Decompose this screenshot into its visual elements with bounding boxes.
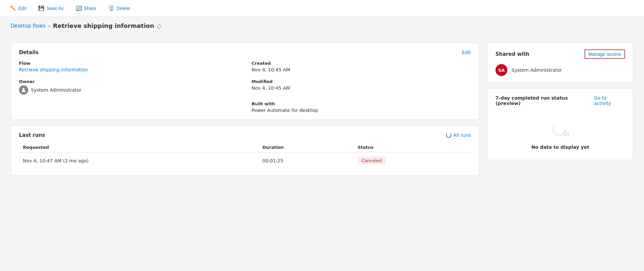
share-icon: 🔄 — [76, 5, 82, 11]
side-column: Shared with Manage access SA System Admi… — [487, 43, 633, 176]
col-requested: Requested — [19, 142, 259, 153]
manage-access-button[interactable]: Manage access — [585, 49, 625, 59]
user-initials: SA — [498, 68, 504, 73]
runs-table: Requested Duration Status Nov 4, 10:47 A… — [19, 142, 471, 169]
owner-avatar — [19, 85, 28, 95]
shared-with-title: Shared with — [495, 51, 529, 57]
details-grid: Flow Retrieve shipping information Creat… — [19, 61, 471, 113]
created-label: Created — [252, 61, 471, 66]
owner-row: System Administrator — [19, 85, 238, 95]
svg-rect-3 — [565, 130, 567, 136]
svg-rect-2 — [563, 132, 565, 136]
col-duration: Duration — [259, 142, 354, 153]
table-row: Nov 4, 10:47 AM (2 mo ago) 00:01:25 Canc… — [19, 153, 471, 169]
flow-field: Flow Retrieve shipping information — [19, 61, 238, 72]
activity-card: 7-day completed run status (preview) Go … — [487, 88, 633, 160]
shared-user-name: System Administrator — [511, 67, 562, 73]
flow-label: Flow — [19, 61, 238, 66]
breadcrumb-parent-link[interactable]: Desktop flows — [11, 23, 46, 29]
activity-title: 7-day completed run status (preview) — [495, 95, 594, 106]
details-title: Details — [19, 49, 39, 55]
edit-label: Edit — [18, 6, 26, 11]
diamond-icon: ◇ — [157, 22, 161, 29]
created-value: Nov 4, 10:45 AM — [252, 67, 471, 72]
built-with-label: Built with — [252, 101, 471, 106]
owner-label: Owner — [19, 79, 238, 84]
modified-value: Nov 4, 10:45 AM — [252, 85, 471, 91]
built-with-value: Power Automate for desktop — [252, 108, 471, 113]
no-data-area: No data to display yet — [495, 114, 625, 153]
breadcrumb-separator: › — [48, 23, 50, 29]
page-content: Details Edit Flow Retrieve shipping info… — [0, 36, 644, 182]
modified-label: Modified — [252, 79, 471, 84]
edit-icon: ✏️ — [10, 5, 16, 11]
shared-user-row: SA System Administrator — [495, 64, 625, 76]
edit-button[interactable]: ✏️ Edit — [8, 4, 28, 13]
cell-duration: 00:01:25 — [259, 153, 354, 169]
shared-with-card: Shared with Manage access SA System Admi… — [487, 43, 633, 83]
save-as-label: Save As — [47, 6, 63, 11]
breadcrumb: Desktop flows › Retrieve shipping inform… — [0, 17, 644, 29]
breadcrumb-current: Retrieve shipping information — [53, 22, 154, 29]
all-runs-link[interactable]: All runs — [446, 133, 471, 138]
main-column: Details Edit Flow Retrieve shipping info… — [11, 43, 479, 176]
owner-value: System Administrator — [31, 87, 81, 93]
created-field: Created Nov 4, 10:45 AM — [252, 61, 471, 72]
all-runs-label: All runs — [453, 133, 471, 138]
save-as-icon: 💾 — [38, 5, 45, 11]
col-status: Status — [354, 142, 471, 153]
shared-header: Shared with Manage access — [495, 49, 625, 59]
save-as-button[interactable]: 💾 Save As — [36, 4, 65, 13]
go-to-activity-link[interactable]: Go to activity — [594, 95, 625, 106]
last-runs-title: Last runs — [19, 132, 45, 138]
delete-icon: 🗑️ — [108, 5, 115, 11]
svg-rect-4 — [568, 133, 569, 136]
status-badge: Canceled — [358, 157, 386, 164]
activity-header: 7-day completed run status (preview) Go … — [495, 95, 625, 106]
details-card: Details Edit Flow Retrieve shipping info… — [11, 43, 479, 120]
cell-status: Canceled — [354, 153, 471, 169]
refresh-icon — [446, 133, 451, 138]
share-button[interactable]: 🔄 Share — [74, 4, 98, 13]
no-data-chart-icon — [550, 121, 570, 140]
toolbar: ✏️ Edit 💾 Save As 🔄 Share 🗑️ Delete — [0, 0, 644, 17]
last-runs-header: Last runs All runs — [19, 132, 471, 138]
delete-label: Delete — [117, 6, 130, 11]
svg-point-0 — [23, 88, 25, 90]
built-with-field: Built with Power Automate for desktop — [252, 101, 471, 113]
last-runs-card: Last runs All runs Requested Duration St… — [11, 125, 479, 176]
sa-avatar: SA — [495, 64, 507, 76]
delete-button[interactable]: 🗑️ Delete — [106, 4, 132, 13]
owner-field: Owner System Administrator — [19, 79, 238, 95]
details-card-header: Details Edit — [19, 49, 471, 55]
details-edit-link[interactable]: Edit — [462, 50, 471, 55]
flow-value[interactable]: Retrieve shipping information — [19, 67, 238, 72]
share-label: Share — [84, 6, 96, 11]
modified-field: Modified Nov 4, 10:45 AM — [252, 79, 471, 95]
no-data-text: No data to display yet — [531, 144, 589, 150]
cell-requested: Nov 4, 10:47 AM (2 mo ago) — [19, 153, 259, 169]
